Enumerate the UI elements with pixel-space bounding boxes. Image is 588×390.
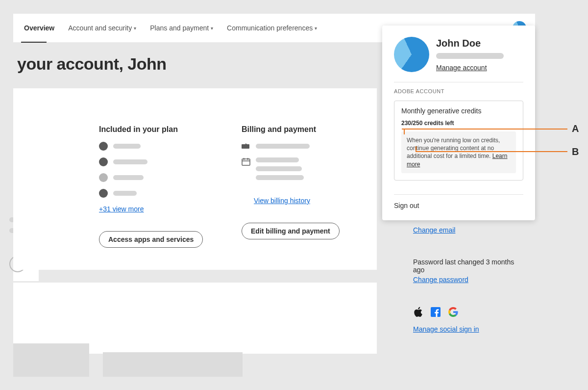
svg-rect-2 (244, 158, 245, 160)
callout-tick-b (416, 146, 416, 152)
svg-rect-3 (247, 158, 248, 160)
password-status: Password last changed 3 months ago (413, 258, 526, 274)
apple-icon (413, 307, 423, 319)
callout-tick-a (404, 129, 405, 134)
chevron-down-icon: ▾ (315, 26, 317, 31)
plan-item (99, 189, 217, 198)
view-more-link[interactable]: +31 view more (99, 205, 144, 213)
google-icon (448, 307, 458, 319)
svg-rect-0 (242, 159, 250, 165)
credits-box: Monthly generative credits 230/250 credi… (394, 101, 523, 181)
divider (394, 82, 523, 82)
billing-history-link[interactable]: View billing history (254, 197, 310, 205)
credits-note-text: When you're running low on credits, cont… (407, 137, 500, 159)
tab-label: Communication preferences (227, 24, 313, 32)
section-label: ADOBE ACCOUNT (394, 88, 523, 94)
facebook-icon (431, 307, 441, 319)
billing-column: Billing and payment View billing history… (242, 125, 364, 239)
tab-account-security[interactable]: Account and security▾ (61, 14, 143, 42)
tab-label: Account and security (68, 24, 132, 32)
change-email-link[interactable]: Change email (413, 226, 455, 234)
card-icon (242, 142, 250, 151)
billing-title: Billing and payment (242, 125, 364, 134)
account-popup: John Doe Manage account ADOBE ACCOUNT Mo… (382, 26, 535, 220)
callout-line-b (416, 151, 567, 152)
avatar-large (394, 37, 429, 72)
calendar-icon (242, 157, 250, 166)
billing-row (242, 142, 364, 151)
user-name: John Doe (436, 38, 504, 49)
callout-line-a (402, 129, 567, 130)
chevron-down-icon: ▾ (211, 26, 213, 31)
manage-account-link[interactable]: Manage account (436, 64, 487, 72)
tab-communication-prefs[interactable]: Communication preferences▾ (220, 14, 324, 42)
callout-label-a: A (572, 123, 579, 134)
plan-column: Included in your plan +31 view more Acce… (99, 125, 217, 248)
nav-tabs: Overview Account and security▾ Plans and… (17, 14, 324, 42)
sign-out-button[interactable]: Sign out (394, 199, 523, 212)
security-column: Change email Password last changed 3 mon… (413, 226, 526, 334)
tab-label: Plans and payment (150, 24, 209, 32)
popup-header: John Doe Manage account (394, 37, 523, 72)
email-placeholder (436, 53, 504, 59)
plan-title: Included in your plan (99, 125, 217, 134)
social-providers (413, 307, 526, 319)
credits-remaining: 230/250 credits left (401, 120, 516, 127)
main-card: Included in your plan +31 view more Acce… (13, 88, 377, 270)
credits-note: When you're running low on credits, cont… (401, 131, 516, 173)
tab-overview[interactable]: Overview (17, 14, 61, 42)
access-apps-button[interactable]: Access apps and services (99, 231, 203, 248)
plan-item (99, 157, 217, 166)
plan-item (99, 142, 217, 151)
credits-title: Monthly generative credits (401, 107, 516, 115)
chevron-down-icon: ▾ (134, 26, 136, 31)
change-password-link[interactable]: Change password (413, 276, 468, 284)
tab-plans-payment[interactable]: Plans and payment▾ (143, 14, 220, 42)
billing-row (242, 157, 364, 180)
edit-billing-button[interactable]: Edit billing and payment (242, 223, 340, 239)
manage-social-link[interactable]: Manage social sign in (413, 325, 479, 333)
bottom-stub (103, 352, 243, 377)
plan-item (99, 173, 217, 182)
bottom-stub (13, 343, 89, 377)
divider (394, 194, 523, 195)
callout-label-b: B (572, 146, 579, 157)
